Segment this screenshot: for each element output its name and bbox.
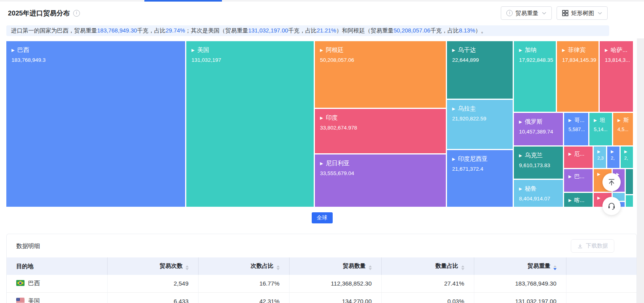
cell-value: 17,834,145.39	[562, 57, 599, 63]
table-header-row: 目的地贸易次数次数占比贸易数量数量占比贸易重量	[7, 257, 636, 275]
treemap-cell-cameroon[interactable]: ▶喀...	[564, 193, 593, 207]
expand-arrow-icon: ▶	[617, 118, 621, 122]
column-header-empty	[566, 257, 636, 275]
summary-highlight-value: 21.21%	[317, 27, 336, 34]
column-header-贸易次数[interactable]: 贸易次数	[107, 257, 198, 275]
treemap-cell-sri-lanka[interactable]: ▶斯4,5...	[613, 113, 633, 145]
cell-value: 5,14...	[594, 127, 612, 132]
country-name: 斯	[623, 117, 629, 124]
cell-name-line: ▶巴西	[11, 46, 185, 54]
treemap-cell-small-6[interactable]	[626, 169, 633, 194]
breadcrumb-global-button[interactable]: 全球	[312, 212, 333, 223]
cell-value: 4,5...	[617, 127, 633, 132]
country-name: 巴...	[574, 173, 585, 180]
section-title: 数据明细	[16, 242, 40, 250]
dashboard-page: 2025年进口贸易分布 i i 贸易重量 矩形树图 进口第一的国家为巴西，贸易重…	[0, 0, 644, 303]
treemap-grid-icon	[562, 10, 568, 16]
treemap-cell-usa[interactable]: ▶美国131,032,197	[186, 41, 314, 207]
download-data-label: 下载数据	[586, 242, 608, 250]
column-header-贸易数量[interactable]: 贸易数量	[289, 257, 381, 275]
cell-value: 13,814,3...	[605, 57, 633, 63]
treemap-cell-peru[interactable]: ▶秘鲁8,404,914.07	[514, 180, 563, 207]
treemap-cell-ecuador[interactable]: ▶厄...	[564, 147, 593, 168]
expand-arrow-icon: ▶	[11, 48, 15, 52]
cell-name-line: ▶阿根廷	[320, 46, 446, 54]
scrollbar-gutter[interactable]	[637, 38, 644, 303]
summary-text: 千克，占比	[430, 27, 459, 34]
back-to-top-button[interactable]	[602, 173, 621, 191]
treemap-cell-colombia[interactable]: ▶哥...5,587...	[564, 113, 588, 145]
expand-arrow-icon: ▶	[597, 196, 600, 200]
treemap-cell-philippines[interactable]: ▶菲律宾17,834,145.39	[557, 41, 599, 112]
cell-value: 50,208,057.06	[320, 57, 446, 63]
sort-caret-down	[461, 268, 464, 270]
summary-text: ）和阿根廷（贸易重量	[336, 27, 394, 34]
cell-name-line: ▶加纳	[519, 46, 556, 54]
treemap-cell-ukraine[interactable]: ▶乌克兰9,610,173.83	[514, 147, 563, 179]
summary-text: 进口第一的国家为巴西，贸易重量	[11, 27, 97, 34]
treemap-cell-ghana[interactable]: ▶加纳17,922,848.35	[514, 41, 556, 112]
country-name: 加纳	[525, 46, 537, 54]
cell-value: 2,	[611, 156, 619, 160]
expand-arrow-icon: ▶	[568, 198, 572, 202]
column-header-数量占比[interactable]: 数量占比	[381, 257, 474, 275]
chevron-down-icon	[598, 12, 602, 15]
cell-name-line: ▶	[624, 150, 633, 154]
chart-type-select[interactable]: 矩形树图	[557, 6, 608, 20]
cell-name-line: ▶秘鲁	[519, 185, 563, 192]
table-row-巴西: 巴西2,54916.77%112,368,852.3027.41%183,768…	[7, 275, 636, 292]
column-header-贸易重量[interactable]: 贸易重量	[474, 257, 566, 275]
table-row-美国: 美国6,43342.31%134,270.000.03%131,032,197.…	[7, 292, 636, 303]
summary-bar: 进口第一的国家为巴西，贸易重量183,768,949.30千克，占比29.74%…	[6, 25, 609, 36]
treemap-cell-pakistan[interactable]: ▶巴...	[564, 169, 593, 192]
cell-value: 17,922,848.35	[519, 57, 556, 63]
column-header-次数占比[interactable]: 次数占比	[198, 257, 289, 275]
headset-icon	[607, 202, 616, 210]
expand-arrow-icon: ▶	[519, 48, 522, 52]
cell-name-line: ▶	[611, 150, 619, 154]
expand-arrow-icon: ▶	[452, 107, 455, 111]
treemap-cell-uruguay[interactable]: ▶乌拉圭21,920,822.59	[447, 100, 513, 149]
value-cell: 112,368,852.30	[289, 275, 381, 292]
cell-name-line: ▶印度	[320, 114, 446, 122]
customer-service-button[interactable]	[602, 197, 621, 215]
info-circle-icon: i	[506, 10, 513, 16]
us-flag-icon	[16, 298, 25, 303]
value-cell: 131,032,197.00	[474, 292, 566, 303]
treemap-cell-small-3[interactable]: ▶2,	[621, 147, 633, 168]
expand-arrow-icon: ▶	[568, 152, 572, 156]
treemap-cell-argentina[interactable]: ▶阿根廷50,208,057.06	[315, 41, 446, 108]
country-name: 秘鲁	[525, 185, 537, 192]
back-to-top-icon	[607, 178, 616, 187]
metric-select[interactable]: i 贸易重量	[501, 6, 552, 20]
treemap-cell-small-1[interactable]: ▶2,3	[594, 147, 606, 168]
treemap-cell-small-2[interactable]: ▶2,	[607, 147, 619, 168]
cell-name-line: ▶哈萨...	[605, 46, 633, 54]
treemap-cell-india[interactable]: ▶印度33,802,674.978	[315, 109, 446, 153]
treemap-cell-nigeria[interactable]: ▶尼日利亚33,555,679.04	[315, 154, 446, 207]
summary-highlight-value: 29.74%	[166, 27, 185, 34]
value-cell	[566, 292, 636, 303]
title-info-icon[interactable]: i	[73, 10, 80, 17]
sort-caret-up	[553, 265, 557, 267]
treemap-cell-indonesia[interactable]: ▶印度尼西亚21,671,372.4	[447, 150, 513, 207]
treemap-cell-small-10[interactable]	[626, 195, 633, 207]
treemap-cell-kazakhstan[interactable]: ▶哈萨...13,814,3...	[600, 41, 633, 112]
expand-arrow-icon: ▶	[562, 48, 565, 52]
treemap-cell-tanzania[interactable]: ▶坦5,14...	[589, 113, 612, 145]
column-label: 贸易次数	[160, 263, 183, 269]
expand-arrow-icon: ▶	[452, 157, 455, 161]
expand-arrow-icon: ▶	[519, 187, 522, 191]
expand-arrow-icon: ▶	[594, 118, 597, 122]
summary-highlight-value: 131,032,197.00	[248, 27, 288, 34]
column-label: 贸易重量	[528, 263, 551, 269]
treemap-cell-brazil[interactable]: ▶巴西183,768,949.3	[6, 41, 185, 207]
expand-arrow-icon: ▶	[568, 118, 572, 122]
download-data-button[interactable]: 下载数据	[571, 239, 614, 253]
cell-name-line: ▶喀...	[568, 197, 593, 204]
treemap-cell-russia[interactable]: ▶俄罗斯10,457,389.74	[514, 113, 563, 145]
country-name: 乌克兰	[525, 152, 543, 159]
country-name: 坦	[600, 117, 605, 124]
expand-arrow-icon: ▶	[605, 48, 608, 52]
treemap-cell-uganda[interactable]: ▶乌干达22,644,899	[447, 41, 513, 99]
